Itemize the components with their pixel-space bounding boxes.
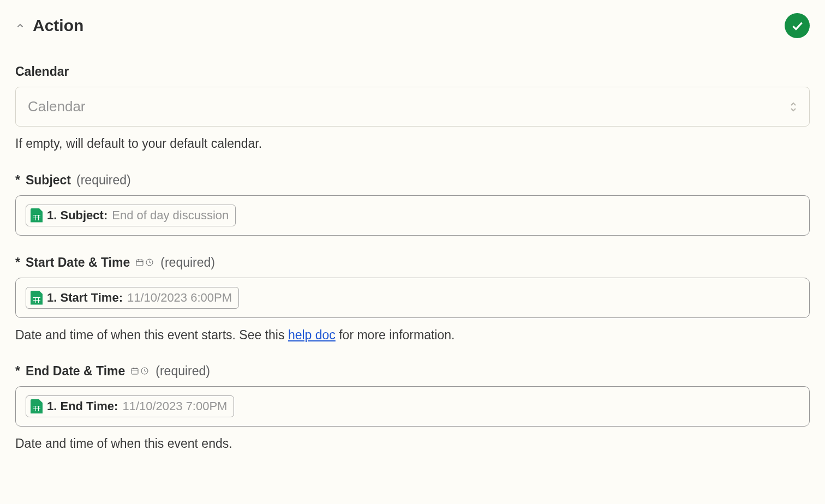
subject-input[interactable]: 1. Subject: End of day discussion — [15, 195, 810, 236]
section-title: Action — [33, 16, 83, 35]
end-pill-label: 1. End Time: — [47, 399, 118, 413]
calendar-icon — [130, 367, 139, 375]
svg-rect-0 — [136, 260, 143, 266]
check-icon — [790, 19, 804, 33]
required-tag: (required) — [76, 173, 131, 188]
select-arrows-icon — [790, 101, 797, 112]
calendar-icon — [135, 258, 144, 267]
field-end-datetime: * End Date & Time (required) 1. End Time… — [15, 364, 810, 453]
calendar-helper-text: If empty, will default to your default c… — [15, 134, 810, 153]
start-helper-text: Date and time of when this event starts.… — [15, 326, 810, 345]
field-calendar: Calendar Calendar If empty, will default… — [15, 64, 810, 153]
required-star: * — [15, 173, 20, 188]
clock-icon — [145, 258, 154, 267]
end-helper-text: Date and time of when this event ends. — [15, 434, 810, 453]
sheets-icon — [31, 291, 43, 305]
subject-pill-value: End of day discussion — [112, 208, 229, 223]
field-start-label: Start Date & Time — [26, 255, 130, 270]
field-calendar-label-row: Calendar — [15, 64, 810, 79]
chevron-up-icon — [15, 21, 25, 31]
field-end-label: End Date & Time — [26, 364, 125, 379]
start-pill-label: 1. Start Time: — [47, 291, 123, 305]
datetime-type-icons — [130, 367, 149, 375]
end-datetime-input[interactable]: 1. End Time: 11/10/2023 7:00PM — [15, 386, 810, 427]
field-subject-label-row: * Subject (required) — [15, 173, 810, 188]
field-subject-label: Subject — [26, 173, 71, 188]
end-datetime-pill[interactable]: 1. End Time: 11/10/2023 7:00PM — [26, 395, 234, 417]
datetime-type-icons — [135, 258, 154, 267]
required-tag: (required) — [156, 364, 210, 379]
start-datetime-input[interactable]: 1. Start Time: 11/10/2023 6:00PM — [15, 278, 810, 318]
field-subject: * Subject (required) 1. Subject: End of … — [15, 173, 810, 236]
start-helper-suffix: for more information. — [336, 328, 455, 342]
start-datetime-pill[interactable]: 1. Start Time: 11/10/2023 6:00PM — [26, 287, 239, 309]
field-end-label-row: * End Date & Time (required) — [15, 364, 810, 379]
field-start-label-row: * Start Date & Time (required) — [15, 255, 810, 270]
section-header-left[interactable]: Action — [15, 16, 83, 35]
calendar-dropdown-placeholder: Calendar — [28, 98, 86, 115]
start-helper-prefix: Date and time of when this event starts.… — [15, 328, 288, 342]
svg-rect-5 — [131, 368, 138, 374]
required-star: * — [15, 364, 20, 379]
field-start-datetime: * Start Date & Time (required) 1. Start … — [15, 255, 810, 345]
required-tag: (required) — [160, 255, 215, 270]
required-star: * — [15, 255, 20, 270]
end-pill-value: 11/10/2023 7:00PM — [122, 399, 227, 413]
sheets-icon — [31, 208, 43, 223]
help-doc-link[interactable]: help doc — [288, 328, 336, 342]
subject-pill[interactable]: 1. Subject: End of day discussion — [26, 205, 236, 226]
subject-pill-label: 1. Subject: — [47, 208, 107, 223]
sheets-icon — [31, 399, 43, 413]
status-check-badge — [785, 13, 810, 38]
field-calendar-label: Calendar — [15, 64, 69, 79]
calendar-dropdown[interactable]: Calendar — [15, 87, 810, 127]
start-pill-value: 11/10/2023 6:00PM — [127, 291, 232, 305]
clock-icon — [140, 367, 149, 375]
section-header: Action — [15, 13, 810, 38]
